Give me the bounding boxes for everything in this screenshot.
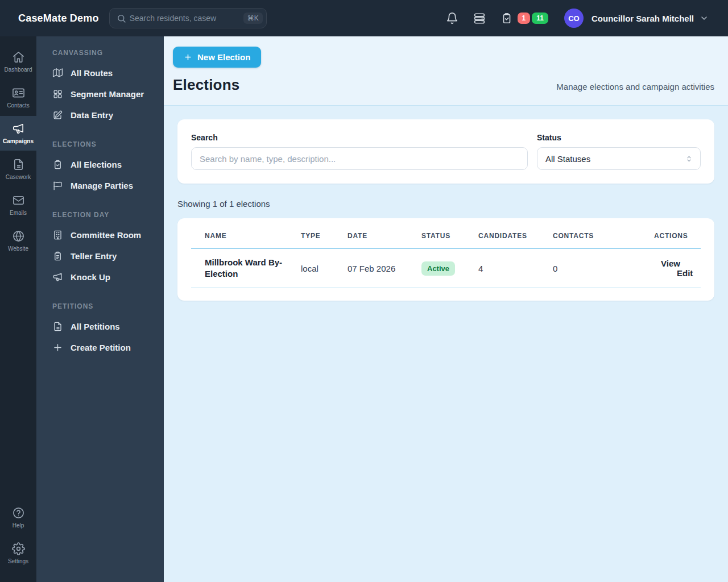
new-election-button[interactable]: New Election: [173, 47, 261, 68]
status-field-label: Status: [537, 133, 701, 142]
pencil-square-icon: [52, 110, 63, 120]
topbar-actions: 1 11 CO Councillor Sarah Mitchell: [431, 9, 709, 28]
sidebar-item-all-elections[interactable]: All Elections: [44, 154, 156, 175]
column-header-name: NAME: [191, 219, 301, 248]
page-content: Search Status All Statuses Showing 1 of …: [164, 106, 728, 582]
sidebar-item-manage-parties[interactable]: Manage Parties: [44, 175, 156, 196]
gear-icon: [12, 542, 25, 555]
rail-item-label: Website: [8, 246, 28, 252]
topbar: CaseMate Demo ⌘K 1 11 CO Councillor Sara…: [0, 0, 728, 36]
section-title: ELECTIONS: [52, 140, 156, 148]
megaphone-icon: [12, 122, 25, 135]
sidebar-item-data-entry[interactable]: Data Entry: [44, 105, 156, 126]
section-title: CANVASSING: [52, 49, 156, 57]
shortcut-badge: ⌘K: [243, 13, 263, 24]
megaphone-icon: [52, 272, 63, 282]
election-date: 07 Feb 2026: [348, 248, 421, 288]
sidebar-item-label: Create Petition: [71, 343, 131, 352]
rail-item-casework[interactable]: Casework: [0, 152, 36, 186]
rail-item-emails[interactable]: Emails: [0, 188, 36, 222]
rail-bottom-group: Help Settings: [0, 500, 36, 582]
election-candidates-count: 4: [478, 248, 553, 288]
rail-item-label: Contacts: [7, 102, 29, 109]
status-select[interactable]: All Statuses: [537, 147, 701, 170]
tasks-button[interactable]: [500, 12, 513, 24]
plus-icon: [52, 342, 63, 353]
rail-item-campaigns[interactable]: Campaigns: [0, 116, 36, 151]
chevrons-up-down-icon: [685, 155, 693, 163]
status-badge: Active: [421, 261, 455, 276]
sidebar-item-label: All Elections: [71, 160, 122, 169]
column-header-candidates: CANDIDATES: [478, 219, 553, 248]
column-header-contacts: CONTACTS: [553, 219, 654, 248]
sidebar-item-label: Committee Room: [71, 230, 141, 240]
question-circle-icon: [12, 506, 25, 519]
results-summary: Showing 1 of 1 elections: [177, 199, 714, 209]
globe-icon: [12, 230, 25, 243]
document-icon: [52, 321, 63, 332]
plus-icon: [184, 53, 192, 61]
rail-item-label: Dashboard: [5, 66, 32, 73]
status-select-value: All Statuses: [545, 154, 590, 164]
user-name[interactable]: Councillor Sarah Mitchell: [592, 14, 694, 23]
system-status-button[interactable]: [473, 12, 486, 24]
column-header-status: STATUS: [421, 219, 478, 248]
elections-table-card: NAME TYPE DATE STATUS CANDIDATES CONTACT…: [177, 218, 714, 301]
column-header-date: DATE: [348, 219, 421, 248]
rail-item-help[interactable]: Help: [0, 500, 36, 535]
filters-card: Search Status All Statuses: [177, 119, 714, 184]
sidebar-item-committee-room[interactable]: Committee Room: [44, 225, 156, 246]
elections-search-input[interactable]: [191, 147, 528, 170]
icon-rail: Dashboard Contacts Campaigns Casework Em…: [0, 36, 36, 582]
notifications-button[interactable]: [446, 12, 458, 24]
new-election-label: New Election: [197, 52, 250, 62]
clipboard-check-icon: [500, 12, 513, 24]
rail-item-contacts[interactable]: Contacts: [0, 80, 36, 115]
page-header: New Election Elections Manage elections …: [164, 36, 728, 106]
sidebar-item-teller-entry[interactable]: Teller Entry: [44, 246, 156, 267]
search-icon: [117, 14, 126, 23]
rail-item-label: Emails: [10, 210, 27, 216]
edit-link[interactable]: Edit: [677, 268, 693, 278]
section-title: PETITIONS: [52, 302, 156, 310]
election-name: Millbrook Ward By-Election: [191, 248, 301, 288]
rail-item-label: Help: [13, 522, 24, 529]
rail-item-settings[interactable]: Settings: [0, 536, 36, 571]
sidebar-item-label: All Petitions: [71, 322, 120, 331]
sidebar-item-all-routes[interactable]: All Routes: [44, 63, 156, 84]
view-link[interactable]: View: [661, 259, 680, 268]
campaigns-sidebar: CANVASSING All Routes Segment Manager Da…: [36, 36, 164, 582]
table-header-row: NAME TYPE DATE STATUS CANDIDATES CONTACT…: [191, 219, 701, 248]
chevron-down-icon[interactable]: [700, 14, 709, 23]
sidebar-item-label: Knock Up: [71, 272, 110, 282]
clipboard-list-icon: [52, 251, 63, 261]
clipboard-check-icon: [52, 159, 63, 170]
election-contacts-count: 0: [553, 248, 654, 288]
global-search-input[interactable]: [126, 14, 243, 23]
rail-item-dashboard[interactable]: Dashboard: [0, 44, 36, 79]
avatar[interactable]: CO: [564, 9, 584, 28]
page-subtitle: Manage elections and campaign activities: [556, 82, 714, 92]
main-area: New Election Elections Manage elections …: [164, 36, 728, 582]
sidebar-section-elections: ELECTIONS All Elections Manage Parties: [44, 140, 156, 196]
sidebar-item-label: Teller Entry: [71, 251, 117, 261]
success-count-badge[interactable]: 11: [532, 13, 548, 24]
column-header-actions: ACTIONS: [654, 219, 701, 248]
sidebar-item-label: Segment Manager: [71, 89, 144, 99]
alert-count-badge[interactable]: 1: [518, 13, 531, 24]
sidebar-item-knock-up[interactable]: Knock Up: [44, 267, 156, 288]
search-field-label: Search: [191, 133, 528, 142]
server-icon: [473, 12, 486, 24]
rail-item-website[interactable]: Website: [0, 223, 36, 258]
rail-item-label: Casework: [6, 174, 31, 180]
sidebar-item-label: Data Entry: [71, 110, 113, 120]
sidebar-item-all-petitions[interactable]: All Petitions: [44, 316, 156, 337]
global-search[interactable]: ⌘K: [109, 8, 267, 28]
rail-item-label: Campaigns: [3, 138, 34, 144]
grid-icon: [52, 89, 63, 99]
document-icon: [12, 158, 25, 171]
elections-table: NAME TYPE DATE STATUS CANDIDATES CONTACT…: [191, 219, 701, 288]
sidebar-item-create-petition[interactable]: Create Petition: [44, 337, 156, 358]
sidebar-item-segment-manager[interactable]: Segment Manager: [44, 84, 156, 105]
page-title: Elections: [173, 76, 239, 94]
